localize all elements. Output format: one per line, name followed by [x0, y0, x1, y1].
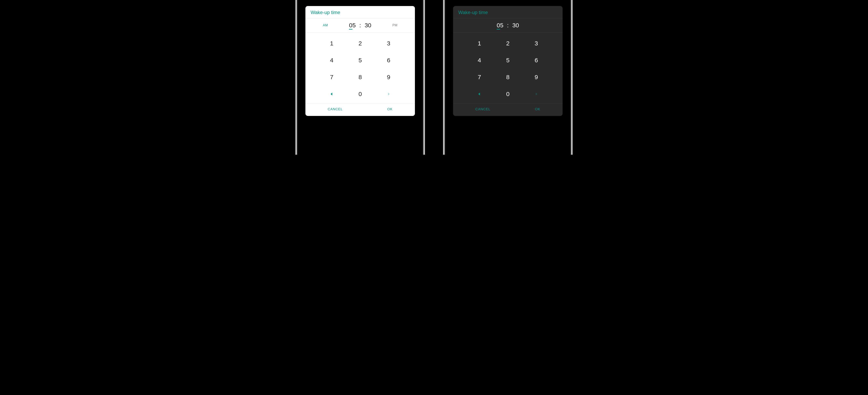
- time-picker-dialog: Wake-up time AM 05 : 30 PM 1 2 3 4 5 6 7: [305, 6, 415, 116]
- keypad-6[interactable]: 6: [522, 57, 551, 64]
- hour-digit-second: 5: [500, 22, 503, 29]
- svg-marker-3: [536, 93, 537, 95]
- keypad-4[interactable]: 4: [317, 57, 346, 64]
- pm-toggle[interactable]: PM: [393, 24, 397, 27]
- hour-digit-active: 0: [349, 22, 352, 29]
- time-display-row: AM 05 : 30 PM: [305, 18, 415, 32]
- keypad-1[interactable]: 1: [317, 40, 346, 47]
- keypad-3[interactable]: 3: [374, 40, 403, 47]
- numeric-keypad: 1 2 3 4 5 6 7 8 9 0: [453, 33, 563, 103]
- keypad-3[interactable]: 3: [522, 40, 551, 47]
- svg-marker-1: [388, 93, 390, 95]
- numeric-keypad: 1 2 3 4 5 6 7 8 9 0: [305, 33, 415, 103]
- keypad-6[interactable]: 6: [374, 57, 403, 64]
- keypad-2[interactable]: 2: [494, 40, 522, 47]
- ok-button[interactable]: OK: [534, 107, 542, 112]
- dialog-footer: CANCEL OK: [453, 103, 563, 116]
- hour-digit-active: 0: [497, 22, 500, 29]
- minute-field[interactable]: 30: [365, 22, 371, 29]
- keypad-0[interactable]: 0: [494, 90, 522, 98]
- hour-field[interactable]: 05: [349, 22, 355, 29]
- am-toggle[interactable]: AM: [323, 24, 328, 27]
- triangle-right-icon[interactable]: [374, 90, 403, 98]
- keypad-8[interactable]: 8: [346, 73, 374, 81]
- time-picker-dialog: Wake-up time AM 05 : 30 PM 1 2 3 4 5 6 7: [453, 6, 563, 116]
- keypad-4[interactable]: 4: [465, 57, 494, 64]
- keypad-9[interactable]: 9: [522, 73, 551, 81]
- keypad-9[interactable]: 9: [374, 73, 403, 81]
- keypad-5[interactable]: 5: [346, 57, 374, 64]
- minute-field[interactable]: 30: [513, 22, 519, 29]
- time-display-row: AM 05 : 30 PM: [453, 18, 563, 32]
- triangle-left-icon[interactable]: [317, 90, 346, 98]
- phone-frame-dark: Wake-up time AM 05 : 30 PM 1 2 3 4 5 6 7: [443, 0, 572, 155]
- time-separator: :: [359, 22, 361, 29]
- keypad-2[interactable]: 2: [346, 40, 374, 47]
- hour-digit-second: 5: [352, 22, 356, 29]
- svg-marker-2: [478, 93, 480, 95]
- keypad-1[interactable]: 1: [465, 40, 494, 47]
- cancel-button[interactable]: CANCEL: [327, 107, 344, 112]
- keypad-7[interactable]: 7: [317, 73, 346, 81]
- triangle-right-icon[interactable]: [522, 90, 551, 98]
- keypad-7[interactable]: 7: [465, 73, 494, 81]
- time-separator: :: [507, 22, 508, 29]
- keypad-5[interactable]: 5: [494, 57, 522, 64]
- svg-marker-0: [331, 93, 332, 95]
- hour-field[interactable]: 05: [497, 22, 503, 29]
- dialog-title: Wake-up time: [305, 6, 415, 18]
- keypad-0[interactable]: 0: [346, 90, 374, 98]
- cancel-button[interactable]: CANCEL: [474, 107, 492, 112]
- triangle-left-icon[interactable]: [465, 90, 494, 98]
- ok-button[interactable]: OK: [386, 107, 394, 112]
- dialog-footer: CANCEL OK: [305, 103, 415, 116]
- phone-frame-light: Wake-up time AM 05 : 30 PM 1 2 3 4 5 6 7: [296, 0, 425, 155]
- phone-screen-light: Wake-up time AM 05 : 30 PM 1 2 3 4 5 6 7: [301, 0, 419, 155]
- dialog-title: Wake-up time: [453, 6, 563, 18]
- phone-screen-dark: Wake-up time AM 05 : 30 PM 1 2 3 4 5 6 7: [449, 0, 567, 155]
- keypad-8[interactable]: 8: [494, 73, 522, 81]
